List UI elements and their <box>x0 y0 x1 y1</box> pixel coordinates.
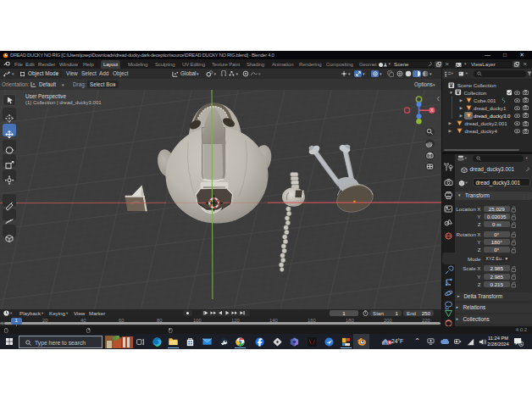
svg-text:X: X <box>430 108 433 113</box>
svg-text:1: 1 <box>520 342 523 346</box>
